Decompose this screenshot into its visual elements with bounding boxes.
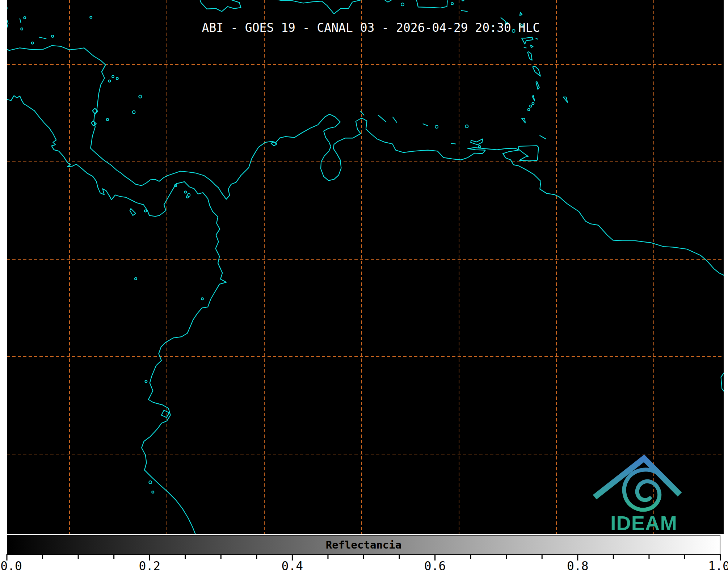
colorbar-tick-label-0.0: 0.0	[0, 559, 22, 571]
islet-miskito-cay-2	[108, 80, 110, 82]
islet-miskito-cay-3	[116, 77, 118, 80]
coastline-bonaire	[393, 117, 397, 122]
colorbar-tick-label-0.6: 0.6	[424, 559, 446, 571]
coastline-st-croix	[462, 11, 467, 12]
colorbar-tick-label-0.8: 0.8	[567, 559, 589, 571]
islet-virgin-islands	[462, 0, 464, 1]
islet-grenadine-1	[532, 102, 534, 105]
satellite-map-canvas: IDEAM	[7, 0, 724, 534]
island-grenada	[522, 118, 525, 123]
island-barbados	[563, 97, 568, 102]
islet-pearl-island-1	[184, 191, 186, 193]
colorbar-tick-label-1.0: 1.0	[708, 559, 728, 571]
island-jamaica	[199, 0, 241, 12]
islet-swan-island	[90, 16, 92, 18]
coastline-amazon-mouth-2	[721, 368, 724, 399]
island-puerto-rico-south	[416, 0, 447, 8]
islet-grenadine-2	[530, 105, 532, 107]
colorbar-tick-label-0.4: 0.4	[282, 559, 303, 571]
island-guadeloupe	[522, 37, 533, 44]
islet-providencia	[139, 95, 142, 98]
islet-san-andres	[132, 111, 135, 114]
colorbar-label: Reflectancia	[8, 536, 720, 554]
islet-pearl-island-3	[186, 196, 189, 198]
coastline-la-desirade	[536, 38, 538, 39]
satellite-image-page: { "title": { "text": "ABI - GOES 19 - CA…	[0, 0, 728, 571]
coastline-caribbean-mainland	[7, 46, 724, 281]
coastline-les-saintes	[524, 47, 526, 48]
islet-la-orchila	[435, 125, 438, 128]
image-title: ABI - GOES 19 - CANAL 03 - 2026-04-29 20…	[0, 21, 728, 35]
coastline-curacao	[378, 115, 386, 122]
coastline-la-tortuga	[451, 143, 456, 144]
islet-malpelo	[135, 278, 137, 280]
latlon-grid	[7, 0, 724, 534]
island-marie-galante	[531, 45, 533, 48]
island-barbuda	[520, 12, 522, 16]
island-margarita	[471, 139, 483, 145]
islet-la-blanquilla	[466, 125, 468, 128]
coastline-aruba	[361, 111, 364, 115]
islet-cebaco	[144, 210, 147, 212]
island-martinique	[533, 66, 540, 76]
island-st-lucia	[536, 81, 539, 89]
islet-vieques	[451, 3, 453, 5]
island-st-vincent	[532, 96, 535, 101]
island-bluefields-lagoon	[91, 121, 96, 126]
islet-miskito-cay-1	[112, 75, 114, 77]
map-svg: IDEAM	[7, 0, 724, 534]
islet-grenadine-3	[528, 109, 530, 111]
island-coiba	[130, 209, 136, 215]
coastline-tobago	[540, 135, 546, 139]
island-hispaniola-south	[274, 0, 394, 14]
islet-la-plata	[145, 380, 147, 382]
coastline-pacific-mainland	[7, 96, 226, 534]
coastlines-layer	[7, 0, 724, 534]
island-puna-island	[161, 410, 169, 417]
islet-mona	[401, 3, 404, 6]
islet-corn-island	[106, 118, 109, 121]
ideam-logo: IDEAM	[597, 458, 678, 534]
island-dominica	[527, 52, 532, 60]
islet-guanaja	[51, 35, 54, 37]
reflectance-colorbar: Reflectancia	[7, 535, 720, 555]
islet-lobos-de-tierra	[149, 481, 152, 484]
islet-lighthouse-reef	[24, 17, 26, 19]
coastline-los-roques	[423, 124, 428, 126]
coastline-roatan	[39, 37, 46, 39]
colorbar-tick-label-0.2: 0.2	[139, 559, 160, 571]
island-trinidad	[518, 146, 538, 161]
ideam-spiral-icon	[624, 470, 665, 510]
islet-utila	[31, 42, 34, 44]
islet-lobos-de-afuera	[152, 491, 154, 493]
islet-coche	[479, 146, 481, 148]
islet-taboga	[174, 185, 177, 187]
islet-gorgona	[201, 298, 203, 300]
ideam-wordmark: IDEAM	[610, 512, 677, 534]
